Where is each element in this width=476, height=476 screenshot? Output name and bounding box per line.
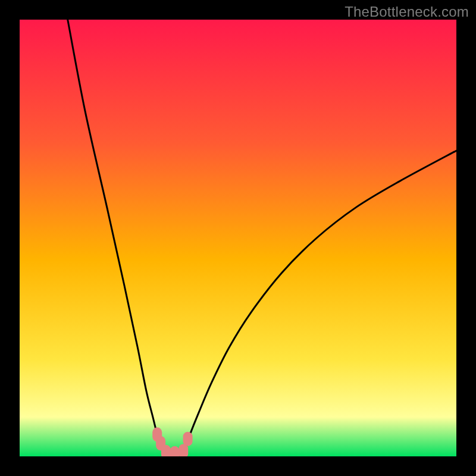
gradient-background — [20, 20, 456, 456]
bottleneck-chart — [20, 20, 456, 456]
marker-point — [170, 446, 180, 456]
watermark-text: TheBottleneck.com — [345, 4, 469, 20]
plot-area — [20, 20, 456, 456]
chart-frame: TheBottleneck.com — [0, 0, 476, 476]
marker-point — [161, 445, 171, 456]
marker-point — [183, 432, 193, 446]
